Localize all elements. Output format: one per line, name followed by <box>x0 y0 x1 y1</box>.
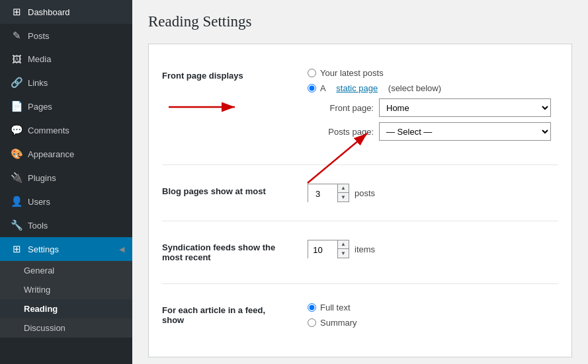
sidebar-item-tools[interactable]: 🔧 Tools <box>0 213 132 237</box>
posts-page-select[interactable]: — Select — <box>379 122 551 141</box>
front-page-select-label: Front page: <box>321 103 374 113</box>
form-table: Front page displays Your latest posts A … <box>162 60 558 341</box>
radio-static-page: A static page (select below) <box>308 83 558 93</box>
radio-full-text-input[interactable] <box>308 303 316 312</box>
front-page-label: Front page displays <box>162 60 308 154</box>
front-page-options: Your latest posts A static page (select … <box>308 60 558 154</box>
settings-icon: ⊞ <box>11 243 22 255</box>
syndication-up[interactable]: ▲ <box>338 240 349 249</box>
tools-icon: 🔧 <box>11 219 22 231</box>
submenu-item-general[interactable]: General <box>0 261 132 280</box>
media-icon: 🖼 <box>11 54 22 65</box>
blog-pages-spinner: ▲ ▼ <box>308 184 349 202</box>
divider-row3 <box>162 273 558 295</box>
divider-row2 <box>162 210 558 232</box>
sidebar: ⊞ Dashboard ✎ Posts 🖼 Media 🔗 Links 📄 Pa… <box>0 0 132 364</box>
syndication-spinner: ▲ ▼ <box>308 240 349 258</box>
feed-article-label: For each article in a feed, show <box>162 295 308 341</box>
posts-icon: ✎ <box>11 30 22 42</box>
front-page-row: Front page displays Your latest posts A … <box>162 60 558 154</box>
radio-static-page-input[interactable] <box>308 84 316 92</box>
plugins-icon: 🔌 <box>11 172 22 184</box>
syndication-label: Syndication feeds show the most recent <box>162 232 308 273</box>
posts-page-select-row: Posts page: — Select — <box>308 122 558 141</box>
blog-pages-down[interactable]: ▼ <box>338 193 349 201</box>
radio-full-text: Full text <box>308 303 558 312</box>
users-icon: 👤 <box>11 196 22 207</box>
submenu-item-writing[interactable]: Writing <box>0 280 132 299</box>
submenu-item-discussion[interactable]: Discussion <box>0 318 132 338</box>
feed-article-row: For each article in a feed, show Full te… <box>162 295 558 341</box>
sidebar-item-settings[interactable]: ⊞ Settings ◀ <box>0 237 132 261</box>
divider-row <box>162 154 558 176</box>
sidebar-item-links[interactable]: 🔗 Links <box>0 71 132 94</box>
radio-summary-input[interactable] <box>308 318 316 327</box>
main-content: Reading Settings Front page displays You… <box>132 0 588 364</box>
settings-box: Front page displays Your latest posts A … <box>148 44 572 357</box>
sidebar-item-users[interactable]: 👤 Users <box>0 190 132 213</box>
static-page-link[interactable]: static page <box>336 83 378 93</box>
appearance-icon: 🎨 <box>11 148 22 160</box>
sidebar-item-media[interactable]: 🖼 Media <box>0 48 132 71</box>
sidebar-item-plugins[interactable]: 🔌 Plugins <box>0 166 132 190</box>
settings-submenu: General Writing Reading Discussion <box>0 261 132 338</box>
sidebar-item-dashboard[interactable]: ⊞ Dashboard <box>0 0 132 24</box>
front-page-select[interactable]: Home <box>379 98 551 117</box>
pages-icon: 📄 <box>11 100 22 112</box>
sidebar-item-appearance[interactable]: 🎨 Appearance <box>0 142 132 166</box>
feed-article-td: Full text Summary <box>308 295 558 341</box>
links-icon: 🔗 <box>11 77 22 89</box>
front-page-select-row: Front page: Home <box>308 98 558 117</box>
blog-pages-up[interactable]: ▲ <box>338 184 349 193</box>
dashboard-icon: ⊞ <box>11 6 22 18</box>
radio-summary: Summary <box>308 318 558 328</box>
sidebar-item-pages[interactable]: 📄 Pages <box>0 94 132 118</box>
comments-icon: 💬 <box>11 124 22 136</box>
sidebar-item-comments[interactable]: 💬 Comments <box>0 118 132 142</box>
blog-pages-row: Blog pages show at most ▲ ▼ posts <box>162 176 558 210</box>
syndication-down[interactable]: ▼ <box>338 249 349 258</box>
submenu-item-reading[interactable]: Reading <box>0 299 132 318</box>
syndication-row: Syndication feeds show the most recent ▲… <box>162 232 558 273</box>
posts-page-select-label: Posts page: <box>321 127 374 137</box>
page-title: Reading Settings <box>148 13 572 30</box>
syndication-td: ▲ ▼ items <box>308 232 558 273</box>
sidebar-item-posts[interactable]: ✎ Posts <box>0 24 132 48</box>
blog-pages-td: ▲ ▼ posts <box>308 176 558 210</box>
blog-pages-label: Blog pages show at most <box>162 176 308 210</box>
syndication-input[interactable] <box>308 240 337 259</box>
radio-latest-posts-input[interactable] <box>308 69 316 77</box>
radio-latest-posts: Your latest posts <box>308 68 558 78</box>
blog-pages-input[interactable] <box>308 184 337 203</box>
